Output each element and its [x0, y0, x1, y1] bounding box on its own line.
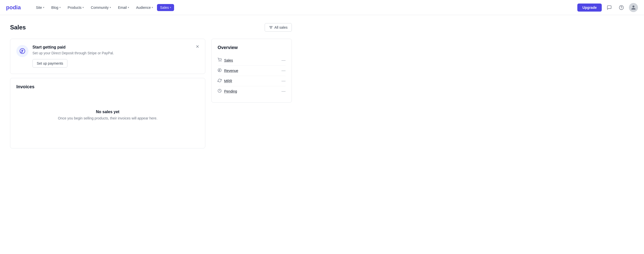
upgrade-button[interactable]: Upgrade: [577, 4, 602, 12]
overview-value-sales: —: [281, 58, 286, 63]
main-nav: Site ▾ Blog ▾ Products ▾ Community ▾ Ema…: [33, 4, 578, 11]
overview-value-mrr: —: [281, 79, 286, 83]
invoices-title: Invoices: [16, 84, 199, 90]
nav-item-products[interactable]: Products ▾: [65, 4, 87, 11]
banner-text: Start getting paid Set up your Direct De…: [32, 45, 114, 68]
overview-item-left-pending: Pending: [218, 89, 237, 94]
help-icon: [619, 5, 624, 10]
filter-icon: [269, 25, 273, 29]
overview-item-mrr: MRR —: [218, 76, 286, 86]
overview-item-left-mrr: MRR: [218, 78, 232, 83]
svg-point-10: [221, 61, 221, 61]
empty-state-description: Once you begin selling products, their i…: [58, 116, 157, 120]
header: podia Site ▾ Blog ▾ Products ▾ Community…: [0, 0, 644, 15]
page-title: Sales: [10, 24, 26, 31]
invoices-empty-state: No sales yet Once you begin selling prod…: [16, 95, 199, 135]
overview-item-pending: Pending —: [218, 86, 286, 96]
content-main: Start getting paid Set up your Direct De…: [10, 39, 205, 148]
help-button[interactable]: [617, 3, 626, 12]
overview-value-pending: —: [281, 89, 286, 94]
chevron-down-icon: ▾: [110, 6, 111, 9]
overview-item-left-revenue: Revenue: [218, 68, 238, 73]
overview-sidebar: Overview Sales —: [211, 39, 292, 103]
empty-state-title: No sales yet: [96, 110, 119, 114]
cart-icon: [218, 58, 222, 63]
refresh-icon: [218, 78, 222, 83]
clock-icon: [218, 89, 222, 94]
overview-item-revenue: Revenue —: [218, 66, 286, 76]
nav-item-blog[interactable]: Blog ▾: [48, 4, 64, 11]
nav-item-community[interactable]: Community ▾: [88, 4, 114, 11]
overview-label-sales[interactable]: Sales: [224, 58, 233, 62]
logo[interactable]: podia: [6, 4, 21, 11]
chevron-down-icon: ▾: [128, 6, 129, 9]
invoices-card: Invoices No sales yet Once you begin sel…: [10, 78, 205, 148]
close-icon: [195, 45, 199, 49]
dollar-icon: [218, 68, 222, 73]
banner-title: Start getting paid: [32, 45, 114, 50]
banner-content: Start getting paid Set up your Direct De…: [16, 45, 199, 68]
chevron-down-icon: ▾: [59, 6, 61, 9]
all-sales-button[interactable]: All sales: [265, 23, 292, 32]
overview-label-mrr[interactable]: MRR: [224, 79, 232, 83]
payment-banner: Start getting paid Set up your Direct De…: [10, 39, 205, 74]
overview-item-left-sales: Sales: [218, 58, 233, 63]
close-banner-button[interactable]: [194, 43, 201, 50]
nav-item-audience[interactable]: Audience ▾: [133, 4, 156, 11]
chevron-down-icon: ▾: [170, 6, 171, 9]
chevron-down-icon: ▾: [152, 6, 153, 9]
page-header: Sales All sales: [10, 23, 292, 32]
header-actions: Upgrade: [577, 3, 638, 12]
banner-description: Set up your Direct Deposit through Strip…: [32, 51, 114, 55]
dollar-circle-icon: [19, 48, 25, 54]
nav-item-site[interactable]: Site ▾: [33, 4, 47, 11]
nav-item-email[interactable]: Email ▾: [115, 4, 132, 11]
chevron-down-icon: ▾: [83, 6, 84, 9]
overview-label-pending[interactable]: Pending: [224, 89, 237, 93]
overview-title: Overview: [218, 45, 286, 50]
user-avatar[interactable]: [629, 3, 638, 12]
overview-item-sales: Sales —: [218, 55, 286, 66]
main-content: Sales All sales: [0, 15, 302, 156]
logo-text: podia: [6, 4, 21, 11]
overview-value-revenue: —: [281, 68, 286, 73]
content-layout: Start getting paid Set up your Direct De…: [10, 39, 292, 148]
svg-point-9: [219, 61, 219, 61]
setup-payments-button[interactable]: Set up payments: [32, 59, 67, 68]
avatar-icon: [631, 5, 636, 10]
chat-icon: [607, 5, 612, 10]
nav-item-sales[interactable]: Sales ▾: [157, 4, 174, 11]
payment-icon: [16, 45, 28, 57]
chat-button[interactable]: [605, 3, 614, 12]
overview-label-revenue[interactable]: Revenue: [224, 69, 238, 73]
chevron-down-icon: ▾: [43, 6, 44, 9]
